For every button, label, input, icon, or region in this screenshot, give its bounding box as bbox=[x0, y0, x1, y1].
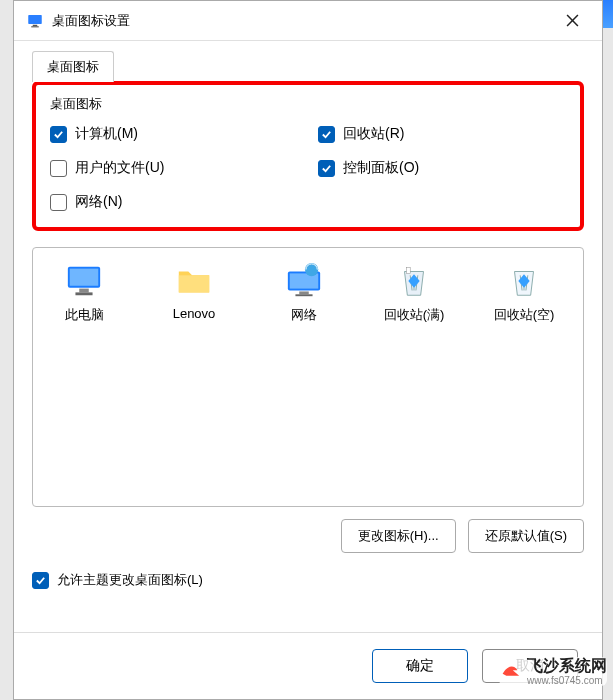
checkbox-recycle-bin[interactable]: 回收站(R) bbox=[318, 125, 566, 143]
icon-user-folder[interactable]: Lenovo bbox=[153, 262, 235, 321]
desktop-icons-group: 桌面图标 计算机(M) 回收站(R) 用户的文件(U) 控制面板(O) bbox=[32, 81, 584, 231]
checkbox-label: 控制面板(O) bbox=[343, 159, 419, 177]
dialog-body: 桌面图标 桌面图标 计算机(M) 回收站(R) 用户的文件(U) bbox=[14, 41, 602, 632]
checkbox-label: 网络(N) bbox=[75, 193, 122, 211]
recycle-empty-icon bbox=[505, 262, 543, 300]
checkbox-box[interactable] bbox=[50, 126, 67, 143]
svg-rect-4 bbox=[70, 269, 99, 286]
svg-rect-12 bbox=[406, 268, 410, 274]
watermark: 飞沙系统网 www.fs0745.com bbox=[499, 657, 607, 686]
checkbox-box[interactable] bbox=[32, 572, 49, 589]
icon-recycle-empty[interactable]: 回收站(空) bbox=[483, 262, 565, 324]
checkbox-label: 回收站(R) bbox=[343, 125, 404, 143]
icon-network[interactable]: 网络 bbox=[263, 262, 345, 324]
icon-label: 回收站(空) bbox=[494, 306, 555, 324]
watermark-url: www.fs0745.com bbox=[527, 675, 607, 686]
svg-rect-10 bbox=[299, 291, 309, 294]
allow-theme-checkbox[interactable]: 允许主题更改桌面图标(L) bbox=[32, 571, 584, 589]
icon-action-buttons: 更改图标(H)... 还原默认值(S) bbox=[32, 519, 584, 553]
checkbox-user-files[interactable]: 用户的文件(U) bbox=[50, 159, 298, 177]
icon-recycle-full[interactable]: 回收站(满) bbox=[373, 262, 455, 324]
checkbox-box[interactable] bbox=[318, 160, 335, 177]
svg-rect-11 bbox=[295, 294, 312, 296]
monitor-icon bbox=[65, 262, 103, 300]
watermark-text: 飞沙系统网 bbox=[527, 657, 607, 675]
restore-default-button[interactable]: 还原默认值(S) bbox=[468, 519, 584, 553]
watermark-icon bbox=[499, 661, 521, 683]
svg-rect-2 bbox=[31, 26, 39, 27]
checkbox-control-panel[interactable]: 控制面板(O) bbox=[318, 159, 566, 177]
svg-rect-0 bbox=[28, 15, 42, 24]
svg-point-9 bbox=[305, 263, 318, 276]
checkbox-label: 用户的文件(U) bbox=[75, 159, 164, 177]
icon-preview-box: 此电脑 Lenovo 网络 回收站(满) 回收站(空) bbox=[32, 247, 584, 507]
ok-button[interactable]: 确定 bbox=[372, 649, 468, 683]
allow-theme-label: 允许主题更改桌面图标(L) bbox=[57, 571, 203, 589]
checkbox-grid: 计算机(M) 回收站(R) 用户的文件(U) 控制面板(O) 网络(N) bbox=[50, 125, 566, 211]
folder-icon bbox=[175, 262, 213, 300]
tab-desktop-icons[interactable]: 桌面图标 bbox=[32, 51, 114, 82]
checkbox-box[interactable] bbox=[50, 194, 67, 211]
svg-rect-6 bbox=[75, 292, 92, 295]
checkbox-network[interactable]: 网络(N) bbox=[50, 193, 298, 211]
recycle-full-icon bbox=[395, 262, 433, 300]
group-title: 桌面图标 bbox=[50, 95, 566, 113]
change-icon-button[interactable]: 更改图标(H)... bbox=[341, 519, 456, 553]
svg-rect-5 bbox=[79, 289, 89, 293]
icon-label: 回收站(满) bbox=[384, 306, 445, 324]
titlebar-app-icon bbox=[26, 12, 44, 30]
icon-label: 网络 bbox=[291, 306, 317, 324]
network-icon bbox=[285, 262, 323, 300]
tab-strip: 桌面图标 bbox=[32, 51, 584, 81]
desktop-icon-settings-dialog: 桌面图标设置 桌面图标 桌面图标 计算机(M) 回收站(R) 用户 bbox=[13, 0, 603, 700]
titlebar: 桌面图标设置 bbox=[14, 1, 602, 41]
close-button[interactable] bbox=[554, 7, 590, 35]
checkbox-computer[interactable]: 计算机(M) bbox=[50, 125, 298, 143]
dialog-title: 桌面图标设置 bbox=[52, 12, 554, 30]
icon-label: 此电脑 bbox=[65, 306, 104, 324]
checkbox-label: 计算机(M) bbox=[75, 125, 138, 143]
icon-this-pc[interactable]: 此电脑 bbox=[43, 262, 125, 324]
svg-rect-1 bbox=[33, 24, 38, 26]
icon-label: Lenovo bbox=[173, 306, 216, 321]
checkbox-box[interactable] bbox=[50, 160, 67, 177]
checkbox-box[interactable] bbox=[318, 126, 335, 143]
